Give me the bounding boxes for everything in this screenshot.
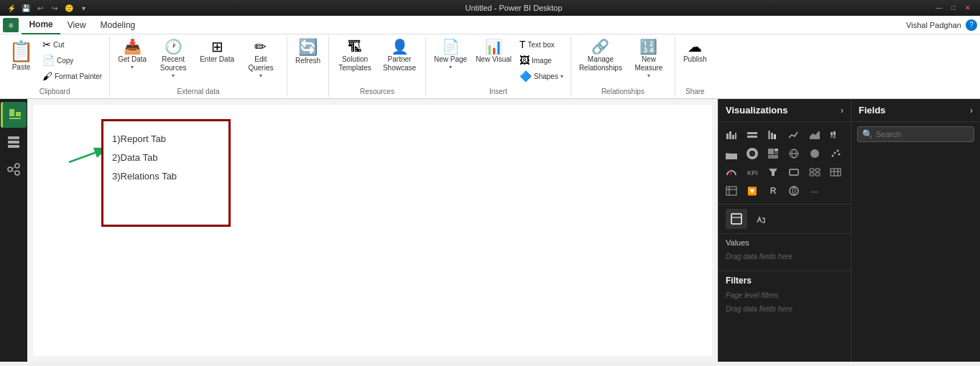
ribbon-group-refresh: 🔄 Refresh: [287, 36, 329, 97]
app-menu-btn[interactable]: ≡: [3, 18, 19, 32]
viz-bar-chart-icon[interactable]: [723, 126, 740, 144]
viz-table-icon[interactable]: [827, 164, 844, 181]
recent-sources-button[interactable]: 🕐 Recent Sources ▾: [152, 37, 195, 81]
viz-kpi-icon[interactable]: KPI: [744, 164, 761, 181]
viz-column-chart-icon[interactable]: [744, 126, 761, 144]
new-visual-icon: 📊: [485, 39, 503, 54]
new-measure-button[interactable]: 🔢 New Measure ▾: [627, 37, 670, 81]
svg-rect-21: [774, 134, 776, 139]
fields-panel: Fields › 🔍: [851, 99, 980, 362]
viz-gauge-icon[interactable]: [723, 164, 740, 181]
viz-funnel-icon[interactable]: [764, 164, 782, 181]
new-visual-button[interactable]: 📊 New Visual: [472, 37, 515, 66]
save-icon[interactable]: 💾: [20, 2, 32, 14]
viz-r-icon[interactable]: R: [764, 182, 782, 200]
svg-point-8: [15, 171, 19, 175]
copy-button[interactable]: 📄 Copy: [40, 53, 105, 67]
text-box-icon: T: [519, 39, 526, 50]
sidebar-item-data[interactable]: [1, 129, 27, 155]
cut-button[interactable]: ✂ Cut: [40, 37, 105, 52]
svg-rect-26: [833, 135, 836, 139]
viz-scatter-icon[interactable]: [827, 145, 844, 162]
sidebar-item-relationships[interactable]: [1, 156, 27, 182]
visualizations-chevron[interactable]: ›: [841, 105, 843, 116]
viz-fields-tab[interactable]: [726, 209, 747, 229]
search-icon: 🔍: [862, 129, 873, 139]
viz-tabs: [718, 204, 851, 233]
redo-icon[interactable]: ↪: [49, 2, 60, 14]
values-drop-area[interactable]: Drag data fields here: [726, 250, 843, 263]
svg-rect-24: [831, 135, 833, 138]
window-controls[interactable]: — □ ✕: [933, 3, 974, 13]
canvas-area: 1)Report Tab 2)Data Tab 3)Relations Tab: [27, 99, 718, 362]
manage-relationships-button[interactable]: 🔗 Manage Relationships: [575, 37, 626, 75]
menu-tab-view[interactable]: View: [60, 16, 93, 34]
publish-icon: ☁: [688, 39, 702, 54]
new-page-button[interactable]: 📄 New Page ▾: [430, 37, 471, 72]
paste-icon: 📋: [9, 39, 34, 63]
fields-chevron[interactable]: ›: [970, 105, 973, 116]
titlebar-quick-access: ⚡ 💾 ↩ ↪ 🙂 ▾: [6, 2, 89, 14]
refresh-button[interactable]: 🔄 Refresh: [292, 37, 324, 67]
viz-matrix-icon[interactable]: [723, 182, 740, 200]
get-data-button[interactable]: 📥 Get Data ▾: [114, 37, 150, 72]
viz-format-tab[interactable]: [750, 209, 772, 229]
viz-treemap-icon[interactable]: [764, 145, 782, 162]
smiley-icon: 🙂: [63, 2, 75, 14]
viz-donut-chart-icon[interactable]: [744, 145, 761, 162]
refresh-label: [292, 94, 324, 95]
shapes-button[interactable]: 🔷 Shapes ▾: [517, 69, 566, 83]
viz-area-chart-icon[interactable]: [806, 126, 823, 144]
text-box-button[interactable]: T Text box: [517, 37, 566, 52]
menu-tab-modeling[interactable]: Modeling: [93, 16, 143, 34]
viz-slicer-icon[interactable]: 🔽: [744, 182, 761, 200]
viz-stacked-icon[interactable]: [764, 126, 782, 144]
paste-button[interactable]: 📋 Paste: [4, 37, 38, 73]
solution-templates-icon: 🏗: [348, 39, 362, 54]
dropdown-icon[interactable]: ▾: [78, 2, 89, 14]
sidebar-item-report[interactable]: [1, 102, 27, 128]
svg-rect-48: [810, 173, 814, 176]
viz-pie-chart-icon[interactable]: [723, 145, 740, 162]
enter-data-button[interactable]: ⊞ Enter Data: [196, 37, 238, 66]
svg-rect-14: [729, 131, 731, 139]
refresh-icon: 🔄: [298, 39, 318, 55]
search-input[interactable]: [876, 130, 969, 139]
canvas-inner[interactable]: 1)Report Tab 2)Data Tab 3)Relations Tab: [33, 105, 712, 356]
viz-map-icon[interactable]: [785, 145, 803, 162]
manage-relationships-icon: 🔗: [591, 39, 609, 54]
publish-button[interactable]: ☁ Publish: [680, 37, 711, 66]
fields-header: Fields ›: [851, 99, 980, 122]
clipboard-label: Clipboard: [4, 86, 105, 95]
svg-point-7: [15, 164, 19, 168]
viz-filled-map-icon[interactable]: [806, 145, 823, 162]
solution-templates-button[interactable]: 🏗 Solution Templates: [333, 37, 376, 75]
new-page-icon: 📄: [442, 39, 460, 54]
svg-rect-50: [831, 169, 841, 176]
minimize-btn[interactable]: —: [933, 3, 946, 13]
close-btn[interactable]: ✕: [961, 3, 974, 13]
help-btn[interactable]: ?: [966, 19, 977, 31]
filters-drop-area[interactable]: Drag data fields here: [726, 302, 843, 316]
viz-globe-icon[interactable]: [785, 182, 803, 200]
menubar: ≡ Home View Modeling Vishal Padghan ?: [0, 16, 980, 34]
maximize-btn[interactable]: □: [947, 3, 960, 13]
filters-viz-section: Filters Page level filters Drag data fie…: [718, 271, 851, 320]
svg-rect-49: [815, 173, 820, 176]
svg-rect-5: [8, 145, 19, 148]
partner-showcase-button[interactable]: 👤 Partner Showcase: [378, 37, 421, 75]
svg-point-27: [727, 149, 736, 158]
viz-more-icon[interactable]: ···: [806, 182, 823, 200]
edit-queries-button[interactable]: ✏ Edit Queries ▾: [239, 37, 282, 81]
viz-multi-card-icon[interactable]: [806, 164, 823, 181]
viz-card-icon[interactable]: [785, 164, 803, 181]
viz-line-chart-icon[interactable]: [785, 126, 803, 144]
viz-100pct-icon[interactable]: [827, 126, 844, 144]
image-button[interactable]: 🖼 Image: [517, 53, 566, 67]
fields-search-box[interactable]: 🔍: [857, 126, 974, 142]
menu-tab-home[interactable]: Home: [22, 16, 60, 34]
undo-icon[interactable]: ↩: [34, 2, 46, 14]
svg-rect-3: [8, 136, 19, 139]
refresh-content: 🔄 Refresh: [292, 37, 324, 94]
format-painter-button[interactable]: 🖌 Format Painter: [40, 69, 105, 83]
